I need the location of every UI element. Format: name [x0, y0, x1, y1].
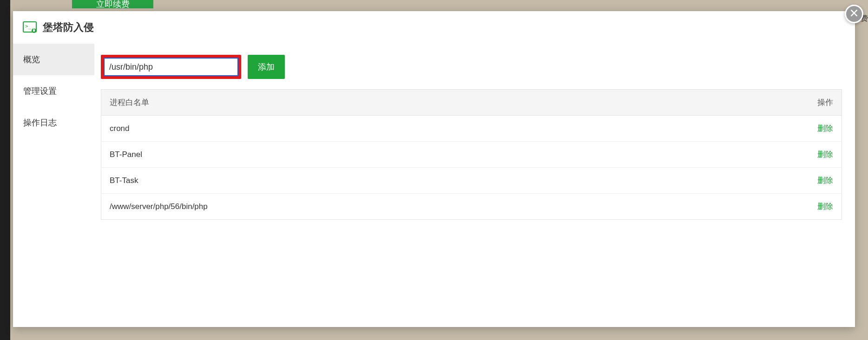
add-button[interactable]: 添加: [248, 55, 285, 79]
delete-link[interactable]: 删除: [817, 124, 833, 133]
cell-name: BT-Panel: [101, 142, 800, 168]
tab-label: 管理设置: [23, 85, 57, 97]
col-header-op: 操作: [800, 90, 842, 116]
delete-link[interactable]: 删除: [817, 202, 833, 211]
tab-overview[interactable]: 概览: [13, 44, 94, 75]
close-button[interactable]: [845, 5, 863, 23]
close-icon: [849, 8, 859, 20]
delete-link[interactable]: 删除: [817, 150, 833, 159]
table-body: crond 删除 BT-Panel 删除 BT-Task: [101, 116, 842, 220]
sidebar: 概览 管理设置 操作日志: [13, 44, 94, 327]
col-header-name: 进程白名单: [101, 90, 800, 116]
tab-label: 概览: [23, 54, 40, 65]
modal-dialog: >_ 堡塔防入侵 概览 管理设置 操作日志: [13, 11, 855, 327]
table-row: BT-Task 删除: [101, 168, 842, 194]
cell-name: BT-Task: [101, 168, 800, 194]
modal-body: 概览 管理设置 操作日志 添加 进程白名单 操作: [13, 44, 855, 327]
delete-link[interactable]: 删除: [817, 176, 833, 185]
modal-title: 堡塔防入侵: [43, 20, 94, 34]
cell-op: 删除: [800, 194, 842, 220]
modal-header: >_ 堡塔防入侵: [13, 11, 855, 44]
cell-name: /www/server/php/56/bin/php: [101, 194, 800, 220]
cell-op: 删除: [800, 168, 842, 194]
tab-settings[interactable]: 管理设置: [13, 75, 94, 107]
cell-op: 删除: [800, 142, 842, 168]
svg-rect-5: [33, 30, 35, 32]
table-header-row: 进程白名单 操作: [101, 90, 842, 116]
left-dark-strip: [0, 0, 10, 340]
input-row: 添加: [101, 55, 842, 79]
process-path-input[interactable]: [104, 58, 238, 76]
main-panel: 添加 进程白名单 操作 crond 删除: [94, 44, 855, 327]
cell-name: crond: [101, 116, 800, 142]
whitelist-table: 进程白名单 操作 crond 删除 BT-Panel 删除: [101, 89, 842, 220]
cell-op: 删除: [800, 116, 842, 142]
table-row: crond 删除: [101, 116, 842, 142]
table-row: BT-Panel 删除: [101, 142, 842, 168]
terminal-shield-icon: >_: [22, 20, 37, 35]
tab-label: 操作日志: [23, 117, 57, 128]
table-row: /www/server/php/56/bin/php 删除: [101, 194, 842, 220]
tab-logs[interactable]: 操作日志: [13, 107, 94, 138]
svg-text:>_: >_: [25, 23, 32, 29]
input-highlight: [101, 55, 241, 79]
renew-button[interactable]: 立即续费: [72, 0, 153, 8]
